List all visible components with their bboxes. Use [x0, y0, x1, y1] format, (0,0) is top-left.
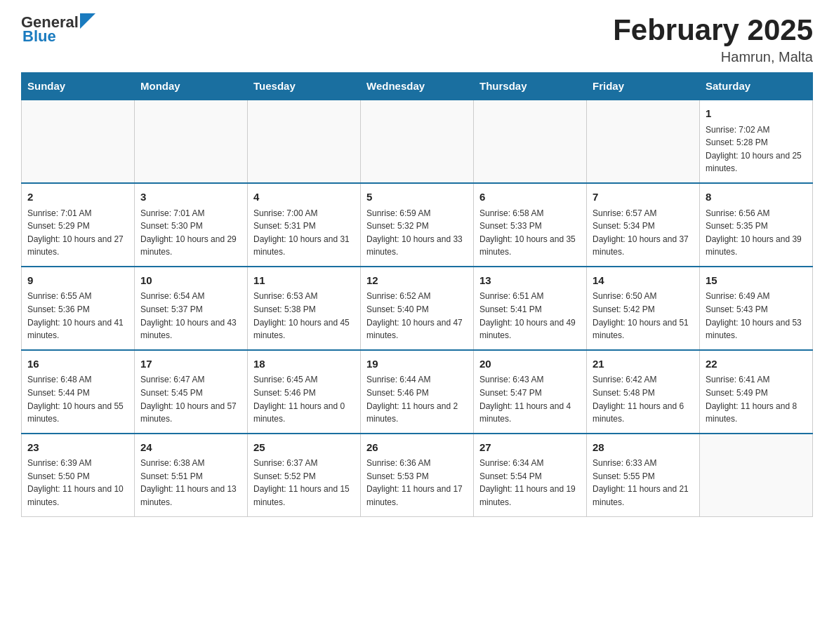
- logo-triangle-icon: [80, 13, 95, 29]
- day-number: 6: [479, 189, 581, 206]
- title-area: February 2025 Hamrun, Malta: [613, 14, 813, 65]
- calendar-cell: 11Sunrise: 6:53 AM Sunset: 5:38 PM Dayli…: [248, 267, 361, 350]
- calendar-cell: [22, 100, 135, 183]
- calendar-cell: 18Sunrise: 6:45 AM Sunset: 5:46 PM Dayli…: [248, 350, 361, 434]
- calendar-cell: [474, 100, 587, 183]
- day-info: Sunrise: 6:59 AM Sunset: 5:32 PM Dayligh…: [366, 207, 468, 259]
- day-number: 3: [140, 189, 241, 206]
- calendar-cell: 6Sunrise: 6:58 AM Sunset: 5:33 PM Daylig…: [474, 183, 587, 267]
- day-info: Sunrise: 6:52 AM Sunset: 5:40 PM Dayligh…: [366, 290, 468, 342]
- calendar-cell: [135, 100, 248, 183]
- calendar-subtitle: Hamrun, Malta: [613, 49, 813, 65]
- day-number: 19: [366, 356, 468, 373]
- calendar-week-1: 1Sunrise: 7:02 AM Sunset: 5:28 PM Daylig…: [22, 100, 813, 183]
- day-info: Sunrise: 6:49 AM Sunset: 5:43 PM Dayligh…: [706, 290, 807, 342]
- calendar-cell: 15Sunrise: 6:49 AM Sunset: 5:43 PM Dayli…: [700, 267, 813, 350]
- day-number: 26: [366, 440, 468, 456]
- day-number: 12: [366, 273, 468, 289]
- calendar-week-4: 16Sunrise: 6:48 AM Sunset: 5:44 PM Dayli…: [22, 350, 813, 434]
- calendar-title: February 2025: [613, 14, 813, 46]
- page-header: General Blue February 2025 Hamrun, Malta: [21, 14, 813, 65]
- day-number: 11: [253, 273, 355, 289]
- calendar-cell: [700, 434, 813, 516]
- column-header-thursday: Thursday: [474, 73, 587, 100]
- calendar-cell: 4Sunrise: 7:00 AM Sunset: 5:31 PM Daylig…: [248, 183, 361, 267]
- day-number: 14: [593, 273, 694, 289]
- calendar-cell: 8Sunrise: 6:56 AM Sunset: 5:35 PM Daylig…: [700, 183, 813, 267]
- calendar-cell: 19Sunrise: 6:44 AM Sunset: 5:46 PM Dayli…: [361, 350, 474, 434]
- day-info: Sunrise: 6:47 AM Sunset: 5:45 PM Dayligh…: [140, 373, 241, 425]
- day-info: Sunrise: 6:37 AM Sunset: 5:52 PM Dayligh…: [253, 457, 355, 509]
- day-number: 7: [593, 189, 694, 206]
- day-number: 20: [479, 356, 581, 373]
- calendar-week-3: 9Sunrise: 6:55 AM Sunset: 5:36 PM Daylig…: [22, 267, 813, 350]
- column-header-tuesday: Tuesday: [248, 73, 361, 100]
- calendar-cell: 25Sunrise: 6:37 AM Sunset: 5:52 PM Dayli…: [248, 434, 361, 516]
- day-number: 17: [140, 356, 241, 373]
- calendar-cell: 1Sunrise: 7:02 AM Sunset: 5:28 PM Daylig…: [700, 100, 813, 183]
- logo-blue-text: Blue: [22, 28, 56, 45]
- calendar-cell: 20Sunrise: 6:43 AM Sunset: 5:47 PM Dayli…: [474, 350, 587, 434]
- calendar-cell: 28Sunrise: 6:33 AM Sunset: 5:55 PM Dayli…: [587, 434, 700, 516]
- day-info: Sunrise: 6:36 AM Sunset: 5:53 PM Dayligh…: [366, 457, 468, 509]
- calendar-week-2: 2Sunrise: 7:01 AM Sunset: 5:29 PM Daylig…: [22, 183, 813, 267]
- day-number: 25: [253, 440, 355, 456]
- calendar-cell: 14Sunrise: 6:50 AM Sunset: 5:42 PM Dayli…: [587, 267, 700, 350]
- day-info: Sunrise: 6:39 AM Sunset: 5:50 PM Dayligh…: [27, 457, 128, 509]
- day-number: 4: [253, 189, 355, 206]
- day-number: 27: [479, 440, 581, 456]
- day-number: 5: [366, 189, 468, 206]
- day-number: 16: [27, 356, 128, 373]
- calendar-week-5: 23Sunrise: 6:39 AM Sunset: 5:50 PM Dayli…: [22, 434, 813, 516]
- day-number: 21: [593, 356, 694, 373]
- day-info: Sunrise: 6:56 AM Sunset: 5:35 PM Dayligh…: [706, 207, 807, 259]
- day-number: 22: [706, 356, 807, 373]
- column-header-monday: Monday: [135, 73, 248, 100]
- svg-marker-0: [80, 13, 95, 29]
- calendar-cell: 21Sunrise: 6:42 AM Sunset: 5:48 PM Dayli…: [587, 350, 700, 434]
- column-header-saturday: Saturday: [700, 73, 813, 100]
- day-number: 28: [593, 440, 694, 456]
- day-info: Sunrise: 6:43 AM Sunset: 5:47 PM Dayligh…: [479, 373, 581, 425]
- day-number: 18: [253, 356, 355, 373]
- day-number: 1: [706, 106, 807, 122]
- calendar-cell: [248, 100, 361, 183]
- calendar-header: SundayMondayTuesdayWednesdayThursdayFrid…: [22, 73, 813, 100]
- day-number: 8: [706, 189, 807, 206]
- day-info: Sunrise: 6:48 AM Sunset: 5:44 PM Dayligh…: [27, 373, 128, 425]
- calendar-cell: 9Sunrise: 6:55 AM Sunset: 5:36 PM Daylig…: [22, 267, 135, 350]
- day-info: Sunrise: 7:01 AM Sunset: 5:29 PM Dayligh…: [27, 207, 128, 259]
- day-info: Sunrise: 6:51 AM Sunset: 5:41 PM Dayligh…: [479, 290, 581, 342]
- day-number: 10: [140, 273, 241, 289]
- calendar-cell: 16Sunrise: 6:48 AM Sunset: 5:44 PM Dayli…: [22, 350, 135, 434]
- calendar-cell: 22Sunrise: 6:41 AM Sunset: 5:49 PM Dayli…: [700, 350, 813, 434]
- day-number: 2: [27, 189, 128, 206]
- day-info: Sunrise: 6:33 AM Sunset: 5:55 PM Dayligh…: [593, 457, 694, 509]
- day-info: Sunrise: 6:57 AM Sunset: 5:34 PM Dayligh…: [593, 207, 694, 259]
- logo: General Blue: [21, 14, 95, 45]
- day-info: Sunrise: 6:41 AM Sunset: 5:49 PM Dayligh…: [706, 373, 807, 425]
- day-info: Sunrise: 6:45 AM Sunset: 5:46 PM Dayligh…: [253, 373, 355, 425]
- calendar-cell: [587, 100, 700, 183]
- day-info: Sunrise: 6:44 AM Sunset: 5:46 PM Dayligh…: [366, 373, 468, 425]
- day-number: 15: [706, 273, 807, 289]
- calendar-body: 1Sunrise: 7:02 AM Sunset: 5:28 PM Daylig…: [22, 100, 813, 516]
- day-number: 23: [27, 440, 128, 456]
- calendar-table: SundayMondayTuesdayWednesdayThursdayFrid…: [21, 72, 813, 516]
- day-info: Sunrise: 6:53 AM Sunset: 5:38 PM Dayligh…: [253, 290, 355, 342]
- day-info: Sunrise: 7:00 AM Sunset: 5:31 PM Dayligh…: [253, 207, 355, 259]
- calendar-cell: 10Sunrise: 6:54 AM Sunset: 5:37 PM Dayli…: [135, 267, 248, 350]
- calendar-cell: 7Sunrise: 6:57 AM Sunset: 5:34 PM Daylig…: [587, 183, 700, 267]
- calendar-cell: 23Sunrise: 6:39 AM Sunset: 5:50 PM Dayli…: [22, 434, 135, 516]
- day-info: Sunrise: 6:42 AM Sunset: 5:48 PM Dayligh…: [593, 373, 694, 425]
- calendar-cell: 26Sunrise: 6:36 AM Sunset: 5:53 PM Dayli…: [361, 434, 474, 516]
- day-info: Sunrise: 6:34 AM Sunset: 5:54 PM Dayligh…: [479, 457, 581, 509]
- column-header-sunday: Sunday: [22, 73, 135, 100]
- day-info: Sunrise: 6:50 AM Sunset: 5:42 PM Dayligh…: [593, 290, 694, 342]
- day-info: Sunrise: 7:02 AM Sunset: 5:28 PM Dayligh…: [706, 123, 807, 175]
- calendar-cell: 3Sunrise: 7:01 AM Sunset: 5:30 PM Daylig…: [135, 183, 248, 267]
- day-info: Sunrise: 6:54 AM Sunset: 5:37 PM Dayligh…: [140, 290, 241, 342]
- column-header-friday: Friday: [587, 73, 700, 100]
- day-info: Sunrise: 6:38 AM Sunset: 5:51 PM Dayligh…: [140, 457, 241, 509]
- day-number: 24: [140, 440, 241, 456]
